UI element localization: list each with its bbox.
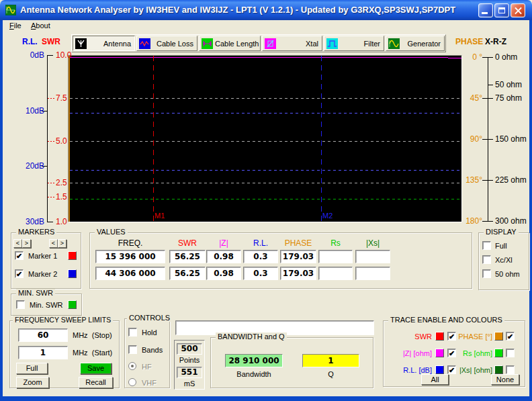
axis-tick <box>488 85 493 85</box>
controls-panel-title: CONTROLS <box>127 314 172 322</box>
markers-panel-title: MARKERS <box>16 228 56 236</box>
display-full-checkbox[interactable] <box>482 241 491 250</box>
recall-button[interactable]: Recall <box>79 377 113 388</box>
phase-axis-header: PHASE <box>455 37 483 46</box>
bands-checkbox[interactable] <box>128 345 137 354</box>
phase-tick: 90° <box>457 134 482 144</box>
min-swr-panel-title: MIN. SWR <box>16 289 55 297</box>
waveform-app-icon <box>5 5 16 15</box>
gridline-swr-1-5 <box>70 199 461 199</box>
maximize-icon[interactable] <box>494 3 509 17</box>
phase-tick: 0 ° <box>457 52 482 62</box>
trace-all-button[interactable]: All <box>421 374 449 385</box>
hold-checkbox[interactable] <box>128 328 137 337</box>
col-header-freq: FREQ. <box>95 238 165 248</box>
axis-tick <box>48 183 54 183</box>
gridline-swr-5-0 <box>70 141 461 142</box>
marker1-color-swatch[interactable] <box>68 251 77 260</box>
toolbar-button-xtal[interactable]: Xtal <box>262 36 322 51</box>
hold-label: Hold <box>142 328 157 337</box>
phase-tick: 180° <box>457 216 482 226</box>
trace-z-swatch[interactable] <box>435 349 444 357</box>
marker1-checkbox[interactable]: ✔ <box>15 251 24 260</box>
axis-tick <box>482 98 493 99</box>
display-xcxl-label: Xc/Xl <box>495 256 513 264</box>
ohm-tick: 50 ohm <box>495 80 522 89</box>
stop-frequency-input[interactable] <box>18 328 68 342</box>
ms-value: 551 <box>177 367 202 378</box>
rl-tick: 0dB <box>0 50 44 60</box>
marker2-right-spinner[interactable]: > <box>58 239 66 248</box>
value-freq-m2: 44 306 000 <box>95 267 165 280</box>
trace-none-button[interactable]: None <box>491 374 519 385</box>
menu-file[interactable]: File <box>7 21 24 32</box>
ohm-tick: 0 ohm <box>495 52 517 62</box>
trace-z-label: |Z| [ohm] <box>386 349 432 357</box>
bandwidth-panel-title: BANDWIDTH and Q <box>216 332 287 341</box>
toolbar-button-cable-loss[interactable]: Cable Loss <box>136 36 197 51</box>
ohm-tick: 225 ohm <box>495 175 527 185</box>
rl-axis-header: R.L. <box>22 37 38 46</box>
phase-tick: 45° <box>457 93 482 103</box>
q-label: Q <box>302 370 359 378</box>
close-icon[interactable] <box>511 3 525 17</box>
toolbar-button-cable-length[interactable]: Cable Length <box>199 36 261 51</box>
display-xcxl-checkbox[interactable] <box>482 255 491 264</box>
value-phase-m2: 179.03 <box>280 267 316 280</box>
sweep-chart: M1 M2 <box>68 55 462 222</box>
trace-phase-checkbox[interactable]: ✔ <box>506 332 515 341</box>
display-full-label: Full <box>495 242 507 250</box>
gridline-swr-7-5 <box>70 98 461 99</box>
trace-swr-swatch[interactable] <box>435 332 444 341</box>
display-panel-title: DISPLAY <box>484 228 519 236</box>
axis-tick <box>482 57 493 58</box>
swr-axis-header: SWR <box>42 37 60 46</box>
trace-rl-swatch[interactable] <box>435 365 444 374</box>
zoom-button[interactable]: Zoom <box>16 377 49 388</box>
z-trace <box>70 57 448 58</box>
q-value: 1 <box>302 354 359 367</box>
trace-phase-swatch[interactable] <box>494 332 503 341</box>
display-50ohm-checkbox[interactable] <box>482 269 491 278</box>
rl-tick: 20dB <box>0 161 44 171</box>
trace-rs-swatch[interactable] <box>494 349 503 357</box>
antenna-icon <box>75 38 87 49</box>
start-frequency-input[interactable] <box>18 346 68 359</box>
marker1-right-spinner[interactable]: > <box>22 239 31 248</box>
col-header-rs: Rs <box>318 238 353 248</box>
min-swr-color-swatch[interactable] <box>68 300 77 309</box>
value-rl-m1: 0.3 <box>243 250 278 263</box>
bandwidth-label: Bandwidth <box>225 370 283 378</box>
filter-icon <box>326 38 338 49</box>
bands-label: Bands <box>142 346 163 354</box>
vhf-radio[interactable] <box>128 378 136 386</box>
toolbar-button-generator[interactable]: Generator <box>386 36 445 51</box>
swr-tick: 2.5 <box>56 178 67 187</box>
full-sweep-button[interactable]: Full <box>16 363 48 374</box>
marker2-left-spinner[interactable]: < <box>49 239 58 248</box>
marker2-color-swatch[interactable] <box>68 269 77 278</box>
trace-swr-label: SWR <box>386 332 432 341</box>
hf-radio[interactable] <box>128 362 136 370</box>
col-header-z: |Z| <box>206 238 241 248</box>
minimize-icon[interactable] <box>478 3 493 17</box>
toolbar-button-filter[interactable]: Filter <box>324 36 384 51</box>
menu-about[interactable]: About <box>28 21 53 32</box>
trace-rs-checkbox[interactable] <box>506 349 515 357</box>
marker1-label: Marker 1 <box>28 252 57 260</box>
value-phase-m1: 179.03 <box>280 250 316 263</box>
trace-xs-checkbox[interactable] <box>506 365 515 374</box>
trace-xs-swatch[interactable] <box>494 365 503 374</box>
toolbar-button-antenna[interactable]: Antenna <box>73 36 135 51</box>
axis-tick <box>48 98 54 99</box>
marker2-line <box>321 56 322 222</box>
min-swr-checkbox[interactable] <box>16 300 25 309</box>
axis-tick <box>482 221 493 222</box>
marker1-left-spinner[interactable]: < <box>13 239 22 248</box>
xrz-axis-header: X-R-Z <box>485 37 506 46</box>
marker2-checkbox[interactable]: ✔ <box>15 269 24 278</box>
trace-panel-title: TRACE ENABLE AND COLOURS <box>388 316 504 324</box>
start-frequency-label: MHz (Start) <box>73 349 112 357</box>
save-button[interactable]: Save <box>80 363 112 374</box>
value-swr-m2: 56.25 <box>169 267 206 280</box>
